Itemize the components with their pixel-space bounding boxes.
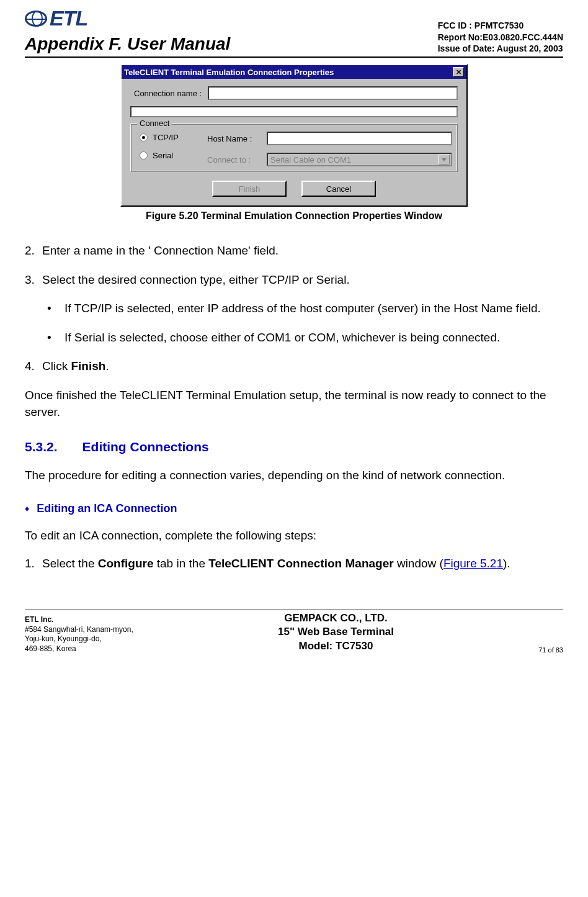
bullet-icon: •	[47, 330, 65, 346]
dialog-titlebar: TeleCLIENT Terminal Emulation Connection…	[122, 65, 466, 79]
page-number: 71 of 83	[538, 646, 563, 654]
header-divider	[25, 56, 563, 58]
footer-addr1: #584 Sangwhal-ri, Kanam-myon,	[25, 625, 133, 635]
figure-image: TeleCLIENT Terminal Emulation Connection…	[25, 64, 563, 207]
footer-company: ETL Inc.	[25, 615, 133, 625]
step-2: 2. Enter a name in the ' Connection Name…	[25, 243, 563, 259]
page-footer: ETL Inc. #584 Sangwhal-ri, Kanam-myon, Y…	[25, 610, 563, 654]
subsection-heading: ♦ Editing an ICA Connection	[25, 501, 563, 516]
section-title: Editing Connections	[82, 438, 209, 456]
connection-name-input[interactable]	[208, 86, 458, 100]
connect-to-combobox: Serial Cable on COM1	[267, 153, 452, 166]
issue-date: Issue of Date: August 20, 2003	[438, 43, 563, 54]
footer-gempack: GEMPACK CO., LTD.	[278, 611, 394, 626]
figure-caption: Figure 5.20 Terminal Emulation Connectio…	[25, 210, 563, 222]
bullet-serial: • If Serial is selected, choose either o…	[47, 330, 563, 346]
connection-name-row: Connection name :	[130, 86, 458, 100]
body-content: 2. Enter a name in the ' Connection Name…	[25, 243, 563, 572]
footer-addr3: 469-885, Korea	[25, 644, 133, 654]
bullet-text: If TCP/IP is selected, enter IP address …	[65, 300, 541, 317]
page-header: ETL Appendix F. User Manual FCC ID : PFM…	[25, 6, 563, 56]
logo-block: ETL Appendix F. User Manual	[25, 6, 230, 54]
doc-info: FCC ID : PFMTC7530 Report No:E03.0820.FC…	[438, 20, 563, 54]
dialog-body: Connection name : Connect TCP/IP Serial	[122, 79, 466, 205]
step-number: 2.	[25, 243, 42, 259]
step-text: Enter a name in the ' Connection Name' f…	[42, 243, 278, 259]
bullet-tcpip: • If TCP/IP is selected, enter IP addres…	[47, 300, 563, 317]
dropdown-button	[439, 155, 450, 165]
step-number: 4.	[25, 358, 42, 375]
globe-icon	[25, 11, 47, 27]
fcc-id: FCC ID : PFMTC7530	[438, 20, 563, 31]
step-number: 3.	[25, 272, 42, 289]
close-button[interactable]: ✕	[453, 67, 464, 77]
connect-to-label: Connect to :	[207, 155, 262, 165]
dialog-window: TeleCLIENT Terminal Emulation Connection…	[120, 64, 468, 207]
connect-to-value: Serial Cable on COM1	[270, 155, 351, 165]
radio-icon	[140, 151, 148, 160]
connection-name-label: Connection name :	[130, 89, 208, 98]
connect-legend: Connect	[137, 119, 172, 128]
bullet-icon: •	[47, 300, 65, 317]
field-column: Host Name : Connect to : Serial Cable on…	[207, 130, 452, 166]
report-no: Report No:E03.0820.FCC.444N	[438, 32, 563, 43]
progress-bar	[130, 106, 458, 117]
close-icon: ✕	[456, 68, 461, 76]
connect-to-row: Connect to : Serial Cable on COM1	[207, 153, 452, 166]
connect-fieldset: Connect TCP/IP Serial Host Name :	[130, 124, 458, 172]
step-4: 4. Click Finish.	[25, 358, 563, 375]
step-text: Select the desired connection type, eith…	[42, 272, 350, 289]
etl-logo: ETL	[25, 6, 230, 30]
cancel-button[interactable]: Cancel	[301, 181, 376, 197]
dialog-button-row: Finish Cancel	[130, 181, 458, 197]
chevron-down-icon	[442, 158, 447, 161]
footer-product: GEMPACK CO., LTD. 15" Web Base Terminal …	[278, 611, 394, 654]
figure-link[interactable]: Figure 5.21	[443, 557, 503, 570]
radio-icon	[140, 133, 148, 142]
section-heading-5-3-2: 5.3.2. Editing Connections	[25, 438, 563, 456]
host-name-row: Host Name :	[207, 132, 452, 145]
tcpip-radio-label: TCP/IP	[153, 133, 179, 142]
step-number: 1.	[25, 556, 42, 572]
footer-model: Model: TC7530	[278, 639, 394, 654]
tcpip-radio[interactable]: TCP/IP	[140, 133, 207, 142]
serial-radio[interactable]: Serial	[140, 151, 207, 160]
logo-text: ETL	[50, 6, 87, 30]
subsection-intro: To edit an ICA connection, complete the …	[25, 528, 563, 544]
serial-radio-label: Serial	[153, 151, 173, 160]
paragraph-finished: Once finished the TeleCLIENT Terminal Em…	[25, 387, 563, 420]
host-name-label: Host Name :	[207, 134, 262, 143]
step-text: Select the Configure tab in the TeleCLIE…	[42, 556, 510, 572]
section-number: 5.3.2.	[25, 438, 58, 456]
step-text: Click Finish.	[42, 358, 109, 375]
finish-button: Finish	[212, 181, 287, 197]
bullet-text: If Serial is selected, choose either of …	[65, 330, 500, 346]
dialog-title: TeleCLIENT Terminal Emulation Connection…	[124, 68, 334, 77]
step-3: 3. Select the desired connection type, e…	[25, 272, 563, 289]
footer-terminal: 15" Web Base Terminal	[278, 625, 394, 639]
radio-group: TCP/IP Serial	[136, 130, 207, 163]
section-intro: The procedure for editing a connection v…	[25, 467, 563, 484]
appendix-title: Appendix F. User Manual	[25, 34, 230, 54]
diamond-icon: ♦	[25, 503, 29, 515]
host-name-input[interactable]	[267, 132, 452, 145]
subsection-title: Editing an ICA Connection	[37, 501, 177, 516]
footer-address: ETL Inc. #584 Sangwhal-ri, Kanam-myon, Y…	[25, 615, 133, 654]
footer-addr2: Yoju-kun, Kyounggi-do,	[25, 634, 133, 644]
substep-1: 1. Select the Configure tab in the TeleC…	[25, 556, 563, 572]
